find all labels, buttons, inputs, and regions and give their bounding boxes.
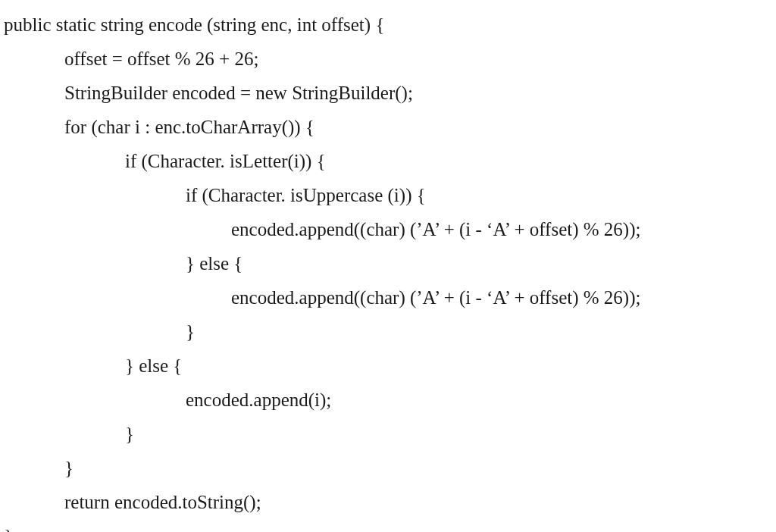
code-line-4: for (char i : enc.toCharArray()) { — [4, 110, 772, 144]
code-line-1: public static string encode (string enc,… — [4, 8, 772, 42]
code-line-9: encoded.append((char) (’A’ + (i - ‘A’ + … — [4, 280, 772, 315]
code-line-10: } — [4, 315, 772, 349]
code-line-13: } — [4, 417, 772, 451]
code-line-5: if (Character. isLetter(i)) { — [4, 144, 772, 178]
code-line-2: offset = offset % 26 + 26; — [4, 42, 772, 76]
code-block: public static string encode (string enc,… — [4, 8, 772, 532]
code-line-6: if (Character. isUppercase (i)) { — [4, 178, 772, 212]
code-line-3: StringBuilder encoded = new StringBuilde… — [4, 76, 772, 110]
code-line-7: encoded.append((char) (’A’ + (i - ‘A’ + … — [4, 212, 772, 246]
code-line-11: } else { — [4, 349, 772, 383]
code-line-16: } — [4, 519, 772, 532]
code-line-12: encoded.append(i); — [4, 383, 772, 417]
code-line-15: return encoded.toString(); — [4, 485, 772, 519]
code-line-14: } — [4, 451, 772, 485]
code-line-8: } else { — [4, 246, 772, 280]
